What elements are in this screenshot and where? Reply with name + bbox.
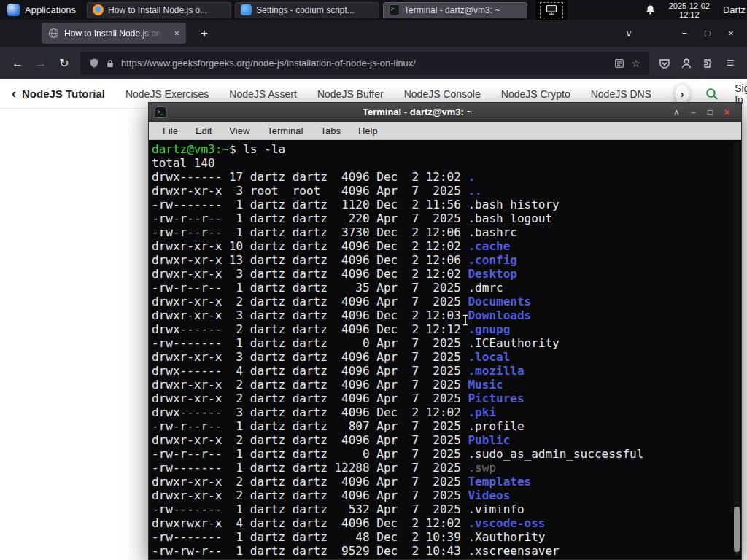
menu-view[interactable]: View xyxy=(229,125,249,136)
directory-name: Music xyxy=(468,378,503,392)
firefox-icon xyxy=(93,4,104,15)
site-nav-link[interactable]: NodeJS Console xyxy=(404,88,481,100)
terminal-output: total 140drwx------ 17 dartz dartz 4096 … xyxy=(152,156,741,558)
window-minimize-button[interactable]: − xyxy=(673,28,696,39)
terminal-close-button[interactable]: × xyxy=(719,106,735,118)
applications-menu-icon xyxy=(7,4,20,16)
file-name: .bash_logout xyxy=(468,211,552,225)
pocket-icon[interactable] xyxy=(654,52,676,74)
notification-bell-icon[interactable] xyxy=(645,4,656,15)
window-restore-button[interactable]: □ xyxy=(696,28,719,39)
tray-display-icon[interactable] xyxy=(540,2,563,18)
browser-tab-bar: How to Install Node.js on Linux × + ∨ − … xyxy=(0,20,747,47)
terminal-line: drwx------ 3 dartz dartz 4096 Dec 2 12:0… xyxy=(152,405,741,419)
directory-name: Desktop xyxy=(468,267,516,281)
extensions-icon[interactable] xyxy=(697,52,719,74)
taskbar-window-codium[interactable]: Settings - codium script... xyxy=(235,2,379,18)
terminal-minimize-button[interactable]: − xyxy=(685,107,702,117)
forward-button[interactable]: → xyxy=(29,52,53,75)
desktop: Applications How to Install Node.js o...… xyxy=(0,0,747,560)
file-name: .dmrc xyxy=(468,281,503,295)
terminal-title: Terminal - dartz@vm3: ~ xyxy=(166,106,668,117)
directory-name: .config xyxy=(468,253,516,267)
terminal-maximize-button[interactable]: □ xyxy=(702,107,719,117)
directory-name: Videos xyxy=(468,489,510,502)
terminal-line: -rw------- 1 dartz dartz 1120 Dec 2 11:5… xyxy=(152,198,741,211)
url-text: https://www.geeksforgeeks.org/node-js/in… xyxy=(121,58,608,69)
lock-icon[interactable] xyxy=(106,58,115,69)
site-nav-link[interactable]: NodeJS Crypto xyxy=(501,88,570,100)
file-name: .swp xyxy=(468,461,496,475)
terminal-line: -rw-r--r-- 1 dartz dartz 35 Apr 7 2025 .… xyxy=(152,281,741,295)
directory-name: .pki xyxy=(468,405,496,419)
taskbar-window-title: Terminal - dartz@vm3: ~ xyxy=(404,5,500,15)
window-close-button[interactable]: × xyxy=(719,28,743,39)
site-nav-next-icon[interactable]: › xyxy=(675,85,689,104)
terminal-line: -rw-r--r-- 1 dartz dartz 3730 Dec 2 12:0… xyxy=(152,225,741,239)
applications-menu[interactable]: Applications xyxy=(0,0,83,20)
terminal-line: drwxr-xr-x 2 dartz dartz 4096 Apr 7 2025… xyxy=(152,295,741,308)
account-icon[interactable] xyxy=(676,52,697,74)
site-nav-link[interactable]: NodeJS Assert xyxy=(229,88,297,100)
directory-name: Public xyxy=(468,433,510,447)
prompt-symbol: $ xyxy=(229,142,243,156)
menu-file[interactable]: File xyxy=(163,125,178,136)
terminal-line: -rw------- 1 dartz dartz 0 Apr 7 2025 .I… xyxy=(152,336,741,350)
terminal-shade-button[interactable]: ∧ xyxy=(668,107,685,117)
terminal-line: drwx------ 4 dartz dartz 4096 Apr 7 2025… xyxy=(152,364,741,378)
site-nav-prev-icon[interactable]: ‹ xyxy=(12,86,16,101)
terminal-titlebar[interactable]: >_ Terminal - dartz@vm3: ~ ∧ − □ × xyxy=(149,103,741,122)
terminal-screen[interactable]: dartz@vm3:~$ ls -la total 140drwx------ … xyxy=(149,140,741,559)
terminal-menubar: File Edit View Terminal Tabs Help xyxy=(149,122,741,140)
monitor-icon xyxy=(546,4,557,15)
directory-name: Documents xyxy=(468,295,531,308)
list-all-tabs-icon[interactable]: ∨ xyxy=(617,28,640,39)
clock-date: 2025-12-02 xyxy=(669,1,710,10)
site-nav-link[interactable]: NodeJS Buffer xyxy=(317,88,384,100)
menu-tabs[interactable]: Tabs xyxy=(320,125,340,136)
bookmark-star-icon[interactable]: ☆ xyxy=(631,58,640,69)
terminal-line: -rw------- 1 dartz dartz 532 Apr 7 2025 … xyxy=(152,502,741,516)
menu-terminal[interactable]: Terminal xyxy=(267,125,303,136)
menu-help[interactable]: Help xyxy=(358,125,378,136)
panel-right-cluster: 2025-12-02 12:12 Dartz xyxy=(645,1,747,19)
directory-name: . xyxy=(468,170,475,184)
taskbar-window-terminal[interactable]: >_ Terminal - dartz@vm3: ~ xyxy=(383,2,527,18)
terminal-scrollbar-thumb[interactable] xyxy=(734,507,740,552)
menu-edit[interactable]: Edit xyxy=(196,125,212,136)
site-search-icon[interactable] xyxy=(705,88,719,101)
site-nav-link[interactable]: NodeJS DNS xyxy=(591,88,651,100)
back-button[interactable]: ← xyxy=(6,52,29,75)
taskbar-window-firefox[interactable]: How to Install Node.js o... xyxy=(87,2,231,18)
tracking-shield-icon[interactable] xyxy=(89,58,99,69)
site-nav-tutorial[interactable]: NodeJS Tutorial xyxy=(22,88,105,100)
directory-name: Templates xyxy=(468,475,531,489)
prompt-user-host: dartz@vm3:~ xyxy=(152,142,229,156)
site-nav-link[interactable]: NodeJS Exercises xyxy=(125,88,209,100)
new-tab-button[interactable]: + xyxy=(195,26,214,41)
terminal-window: >_ Terminal - dartz@vm3: ~ ∧ − □ × File … xyxy=(148,102,742,560)
clock[interactable]: 2025-12-02 12:12 xyxy=(669,1,710,19)
file-name: .sudo_as_admin_successful xyxy=(468,447,643,461)
directory-name: .gnupg xyxy=(468,322,510,336)
menu-icon[interactable]: ≡ xyxy=(719,52,741,74)
reload-button[interactable]: ↻ xyxy=(53,52,76,75)
terminal-line: drwxr-xr-x 13 dartz dartz 4096 Dec 2 12:… xyxy=(152,253,741,267)
tab-close-icon[interactable]: × xyxy=(174,28,179,39)
terminal-line: -rw------- 1 dartz dartz 48 Dec 2 10:39 … xyxy=(152,530,741,544)
terminal-scrollbar[interactable] xyxy=(734,142,740,556)
terminal-line: drwxr-xr-x 3 dartz dartz 4096 Dec 2 12:0… xyxy=(152,308,741,322)
applications-menu-label: Applications xyxy=(25,4,76,15)
terminal-line: drwxrwxr-x 4 dartz dartz 4096 Dec 2 12:0… xyxy=(152,516,741,530)
terminal-line: -rw------- 1 dartz dartz 12288 Apr 7 202… xyxy=(152,461,741,475)
terminal-line: drwxr-xr-x 3 root root 4096 Apr 7 2025 .… xyxy=(152,184,741,198)
url-bar[interactable]: https://www.geeksforgeeks.org/node-js/in… xyxy=(80,52,649,75)
globe-icon xyxy=(48,28,59,39)
codium-icon xyxy=(241,4,252,15)
terminal-line: -rw-r--r-- 1 dartz dartz 807 Apr 7 2025 … xyxy=(152,419,741,433)
browser-tab[interactable]: How to Install Node.js on Linux × xyxy=(42,23,186,44)
reader-mode-icon[interactable] xyxy=(614,58,624,69)
terminal-line: drwxr-xr-x 3 dartz dartz 4096 Dec 2 12:0… xyxy=(152,267,741,281)
clock-time: 12:12 xyxy=(669,10,710,19)
terminal-line: drwxr-xr-x 10 dartz dartz 4096 Dec 2 12:… xyxy=(152,239,741,253)
